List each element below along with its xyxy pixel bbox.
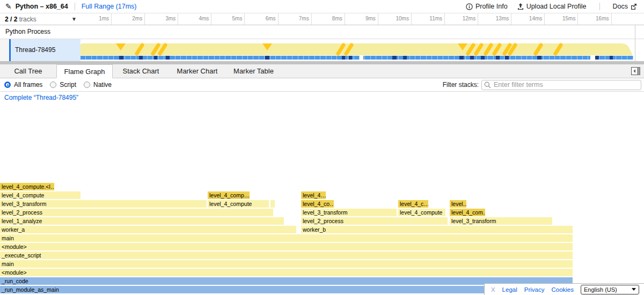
upload-icon — [517, 3, 524, 10]
sample-marker — [505, 56, 509, 60]
flame-block[interactable]: level_4_compute.<l… — [0, 183, 55, 190]
flame-block[interactable]: level_3_transform — [0, 200, 207, 208]
sample-marker — [459, 56, 464, 60]
flame-block[interactable]: level_4_compute — [208, 200, 269, 208]
ruler-tick-label: 14ms — [511, 13, 545, 25]
flame-block[interactable]: level_4_c… — [398, 200, 429, 208]
flame-block[interactable]: level_4_compute — [398, 209, 446, 216]
footer-link-x[interactable]: X — [491, 286, 495, 293]
thread-track-label[interactable]: Thread-78495 — [11, 39, 80, 61]
flame-block[interactable]: level_2_process — [301, 217, 448, 225]
flame-graph-canvas[interactable]: level_4_compute.<l…level_4_computelevel_… — [0, 105, 644, 295]
flame-block[interactable]: level_4_compute — [0, 191, 81, 199]
radio-circle — [84, 82, 90, 88]
full-range-link[interactable]: Full Range (17ms) — [82, 3, 137, 10]
process-label: Python Process — [5, 28, 50, 35]
tab-call-tree[interactable]: Call Tree — [0, 64, 56, 78]
ruler-tick-label: 3ms — [145, 13, 178, 25]
language-select[interactable]: English (US) — [581, 285, 639, 294]
flame-block[interactable]: <module> — [0, 243, 573, 250]
top-bar: ✎ Python – x86_64 Full Range (17ms) Prof… — [0, 0, 644, 13]
sidebar-toggle-button[interactable] — [631, 67, 640, 77]
external-link-icon — [631, 4, 636, 10]
ruler-tick-label: 5ms — [211, 13, 245, 25]
footer-link-legal[interactable]: Legal — [502, 286, 517, 293]
sample-marker — [265, 56, 269, 60]
sample-marker — [349, 56, 352, 60]
search-icon — [484, 82, 491, 88]
ruler-tick-label: 7ms — [279, 13, 312, 25]
tracks-count[interactable]: 2 / 2 tracks — [5, 16, 36, 23]
flame-block[interactable]: level_1_analyze — [0, 217, 284, 225]
profiler-window: ✎ Python – x86_64 Full Range (17ms) Prof… — [0, 0, 644, 295]
upload-local-profile-button[interactable]: Upload Local Profile — [514, 3, 590, 10]
filter-bar: All framesScriptNative Filter stacks: — [0, 78, 644, 92]
sample-bar — [80, 56, 633, 60]
thread-track-row: Thread-78495 — [0, 39, 644, 61]
profile-name[interactable]: Python – x86_64 — [16, 3, 68, 10]
tab-stack-chart[interactable]: Stack Chart — [113, 64, 169, 78]
tab-bar-filler — [282, 64, 644, 78]
tab-flame-graph[interactable]: Flame Graph — [56, 64, 113, 78]
cpu-usage-graph — [80, 39, 635, 56]
frame-filter-radios: All framesScriptNative — [4, 81, 112, 88]
radio-label: Script — [60, 81, 76, 88]
divider — [75, 3, 75, 10]
flame-block[interactable]: level_2_process — [0, 209, 274, 216]
radio-native[interactable]: Native — [84, 81, 112, 88]
radio-script[interactable]: Script — [50, 81, 76, 88]
flame-block[interactable]: level_3_transform — [450, 217, 553, 225]
flame-block[interactable]: level_4_comp… — [208, 191, 250, 199]
sample-marker — [481, 56, 485, 60]
timeline-ruler[interactable]: 1ms2ms3ms4ms5ms6ms7ms8ms9ms10ms11ms12ms1… — [80, 13, 612, 25]
profile-info-button[interactable]: Profile Info — [463, 3, 511, 10]
thread-track-canvas[interactable] — [80, 39, 635, 61]
ruler-tick-label: 11ms — [412, 13, 445, 25]
footer-bar: XLegalPrivacyCookies English (US) — [484, 283, 644, 295]
ruler-tick-label: 1ms — [80, 13, 112, 25]
filter-stacks-input[interactable] — [481, 80, 641, 90]
footer-link-privacy[interactable]: Privacy — [524, 286, 545, 293]
flame-block[interactable]: level_4… — [301, 191, 326, 199]
ruler-tick-label: 6ms — [245, 13, 278, 25]
flame-block[interactable]: worker_b — [301, 226, 573, 233]
flame-block[interactable]: level… — [450, 200, 467, 208]
radio-label: Native — [93, 81, 112, 88]
flame-block[interactable]: _execute_script — [0, 252, 573, 259]
sample-marker — [403, 56, 407, 60]
flame-block[interactable]: main — [0, 260, 573, 268]
tab-marker-chart[interactable]: Marker Chart — [169, 64, 225, 78]
flame-block[interactable]: level_4_com… — [450, 209, 486, 216]
breadcrumb: Complete “Thread-78495” — [0, 92, 644, 105]
details-tab-bar: Call TreeFlame GraphStack ChartMarker Ch… — [0, 64, 644, 78]
sample-marker — [166, 56, 170, 60]
sample-marker — [392, 56, 397, 60]
sample-marker — [537, 56, 541, 60]
ruler-tick-label: 13ms — [478, 13, 511, 25]
flame-block[interactable]: level_4_co… — [301, 200, 334, 208]
radio-all-frames[interactable]: All frames — [4, 81, 42, 88]
tab-marker-table[interactable]: Marker Table — [225, 64, 282, 78]
edit-profile-name-icon[interactable]: ✎ — [5, 3, 12, 10]
info-icon — [466, 3, 473, 10]
ruler-tick-label: 16ms — [578, 13, 611, 25]
flame-block[interactable]: level_3_transform — [301, 209, 397, 216]
ruler-tick-label: 15ms — [545, 13, 578, 25]
flame-block[interactable] — [270, 200, 275, 208]
breadcrumb-complete-thread[interactable]: Complete “Thread-78495” — [4, 94, 78, 101]
sample-marker — [139, 56, 143, 60]
process-track-header[interactable]: Python Process — [0, 25, 644, 39]
flame-block[interactable]: main — [0, 234, 573, 242]
sample-marker — [595, 56, 599, 60]
chevron-down-icon — [632, 288, 636, 291]
sample-marker — [610, 56, 613, 60]
flame-block[interactable]: worker_a — [0, 226, 297, 233]
footer-link-cookies[interactable]: Cookies — [551, 286, 574, 293]
radio-circle — [50, 82, 56, 88]
docs-link[interactable]: Docs — [610, 3, 640, 10]
tab-strip: Call TreeFlame GraphStack ChartMarker Ch… — [0, 64, 282, 78]
sidebar-toggle-icon — [631, 67, 640, 75]
sample-marker — [342, 56, 345, 60]
tracks-dropdown-icon[interactable]: ▼ — [71, 16, 77, 22]
flame-block[interactable]: <module> — [0, 269, 573, 276]
